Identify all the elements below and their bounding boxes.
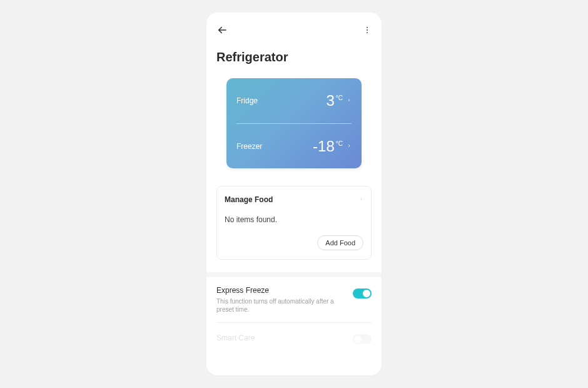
- manage-food-title: Manage Food: [225, 195, 273, 204]
- more-vertical-icon[interactable]: [363, 26, 372, 34]
- chevron-right-icon: [359, 194, 363, 205]
- freezer-value: -18 °C: [313, 138, 343, 155]
- temperature-card: Fridge 3 °C Freezer -18 °C: [226, 78, 362, 168]
- svg-point-3: [367, 32, 368, 33]
- smart-care-title: Smart Care: [216, 334, 255, 342]
- freezer-label: Freezer: [236, 142, 262, 151]
- manage-food-empty-text: No items found.: [225, 215, 363, 224]
- page-title: Refrigerator: [216, 50, 372, 64]
- chevron-right-icon: [347, 95, 352, 106]
- fridge-temp-row[interactable]: Fridge 3 °C: [236, 78, 352, 123]
- express-freeze-title: Express Freeze: [216, 286, 347, 295]
- fridge-label: Fridge: [236, 96, 258, 105]
- express-freeze-subtitle: This function turns off automatically af…: [216, 297, 347, 314]
- add-food-button[interactable]: Add Food: [317, 235, 363, 250]
- freezer-temp-row[interactable]: Freezer -18 °C: [236, 123, 352, 168]
- chevron-right-icon: [347, 141, 352, 152]
- smart-care-toggle[interactable]: [353, 334, 372, 344]
- section-divider: [206, 272, 382, 277]
- express-freeze-toggle[interactable]: [353, 288, 372, 299]
- fridge-value: 3 °C: [326, 92, 343, 110]
- svg-point-2: [367, 29, 368, 31]
- manage-food-header[interactable]: Manage Food: [225, 194, 363, 205]
- back-arrow-icon[interactable]: [216, 24, 228, 36]
- refrigerator-app-screen: Refrigerator Fridge 3 °C Freezer -18 °C: [206, 13, 382, 375]
- svg-point-1: [367, 27, 368, 28]
- smart-care-row[interactable]: Smart Care: [216, 323, 372, 363]
- topbar: [216, 24, 372, 36]
- express-freeze-row: Express Freeze This function turns off a…: [216, 277, 372, 323]
- manage-food-card: Manage Food No items found. Add Food: [216, 186, 372, 260]
